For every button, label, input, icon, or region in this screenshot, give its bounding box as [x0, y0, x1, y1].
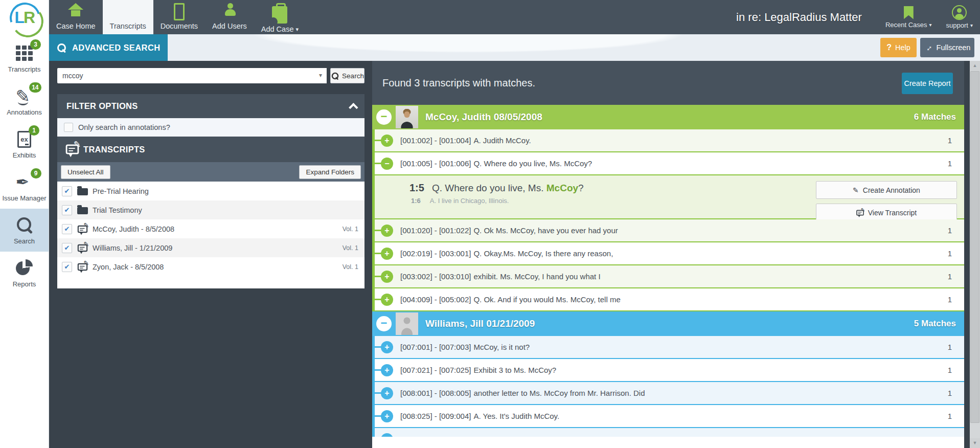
transcript-tree-row[interactable]: Pre-Trial Hearing [57, 182, 364, 200]
answer-text: A. I live in Chicago, Illinois. [430, 197, 509, 205]
create-report-button[interactable]: Create Report [902, 73, 953, 94]
match-row[interactable]: + [008:001] - [008:005] another letter t… [372, 382, 964, 405]
legalradius-logo[interactable]: LR [7, 1, 42, 36]
dropdown-caret-icon[interactable]: ▾ [319, 72, 322, 79]
match-count: 1 [948, 272, 952, 281]
search-button[interactable]: Search [330, 68, 364, 83]
results-gutter [964, 61, 970, 448]
sidebar-item-exhibits[interactable]: 1 Exhibits [0, 123, 49, 166]
scroll-up-arrow[interactable]: ▲ [970, 61, 980, 71]
expand-toggle-icon[interactable]: + [381, 387, 393, 399]
filter-options-header[interactable]: FILTER OPTIONS [57, 94, 364, 118]
scrollbar[interactable]: ▲ ▼ [970, 61, 980, 448]
nav-tab[interactable]: Documents [153, 0, 205, 34]
annotations-filter-row: Only search in annotations? [57, 118, 364, 137]
search-input[interactable] [57, 68, 327, 83]
checkbox[interactable] [62, 224, 72, 234]
create-annotation-button[interactable]: ✎Create Annotation [816, 181, 957, 199]
match-row[interactable]: + [003:002] - [003:010] exhibit. Ms. McC… [372, 265, 964, 288]
nav-tab[interactable]: Transcripts [103, 0, 153, 34]
avatar [396, 106, 418, 128]
count-badge: 3 [30, 39, 41, 50]
chevron-down-icon: ▾ [295, 26, 299, 33]
results-panel: Found 3 transcripts with matches. Create… [372, 61, 964, 448]
transcript-icon [78, 244, 87, 251]
transcript-tree-row[interactable]: Williams, Jill - 1/21/2009 Vol. 1 [57, 238, 364, 257]
sidebar-item-label: Transcripts [8, 65, 41, 73]
expand-toggle-icon[interactable]: + [381, 294, 393, 306]
collapse-toggle[interactable]: − [376, 316, 392, 331]
recent-cases-menu[interactable]: Recent Cases▾ [885, 6, 932, 29]
transcript-tree-row[interactable]: Trial Testimony [57, 200, 364, 219]
tree-row-label: Pre-Trial Hearing [93, 187, 149, 195]
expand-toggle-icon[interactable]: + [381, 341, 393, 353]
expand-toggle-icon[interactable]: + [381, 248, 393, 260]
search-term-highlight: McCoy [546, 183, 578, 193]
nav-tab[interactable]: Add Users [205, 0, 254, 34]
expand-toggle-icon[interactable]: + [381, 135, 393, 147]
transcript-tree-row[interactable]: McCoy, Judith - 8/5/2008 Vol. 1 [57, 219, 364, 238]
result-group-header[interactable]: − McCoy, Judith 08/05/2008 6 Matches [372, 105, 964, 129]
nav-tab[interactable]: Add Case▾ [254, 0, 306, 34]
transcript-tree-row[interactable]: Zyon, Jack - 8/5/2008 Vol. 1 [57, 257, 364, 276]
sidebar-item-issue-manager[interactable]: 9 Issue Manager [0, 166, 49, 209]
match-row[interactable]: + [008:025] - [009:004] A. Yes. It's Jud… [372, 405, 964, 428]
transcript-icon [66, 145, 79, 154]
match-row[interactable]: + [372, 428, 964, 437]
avatar [396, 312, 418, 335]
scroll-down-arrow[interactable]: ▼ [970, 438, 980, 448]
support-menu[interactable]: support▾ [946, 5, 973, 29]
results-list: − McCoy, Judith 08/05/2008 6 Matches + [… [372, 105, 964, 437]
match-row[interactable]: + [007:001] - [007:003] McCoy, is it not… [372, 336, 964, 359]
sidebar-item-search[interactable]: Search [0, 209, 49, 252]
search-query-box: ▾ [57, 68, 327, 83]
expand-toggle-icon[interactable]: + [381, 410, 393, 422]
match-range: [008:025] - [009:004] [400, 412, 471, 420]
checkbox[interactable] [62, 262, 72, 272]
expand-toggle-icon[interactable]: + [381, 271, 393, 283]
chevron-up-icon [349, 103, 358, 112]
help-button[interactable]: ? Help [880, 38, 917, 57]
match-row[interactable]: − [001:005] - [001:006] Q. Where do you … [372, 152, 964, 175]
expand-toggle-icon[interactable]: + [381, 225, 393, 237]
checkbox[interactable] [62, 186, 72, 196]
recent-cases-label: Recent Cases [885, 21, 927, 29]
sidebar-item-reports[interactable]: Reports [0, 252, 49, 295]
scrollbar-thumb[interactable] [970, 71, 979, 423]
sidebar-item-annotations[interactable]: 14 Annotations [0, 80, 49, 123]
expanded-match-detail: 1:5 Q. Where do you live, Ms. McCoy? 1:6… [372, 175, 964, 219]
expand-toggle-icon[interactable]: − [381, 158, 393, 170]
pencil-icon: ✎ [853, 187, 859, 194]
fullscreen-button[interactable]: ↔ Fullscreen [920, 38, 974, 57]
nav-tab[interactable]: Case Home [49, 0, 103, 34]
count-badge: 1 [29, 125, 39, 136]
match-row[interactable]: + [001:020] - [001:022] Q. Ok Ms. McCoy,… [372, 219, 964, 242]
match-text: exhibit. Ms. McCoy, I hand you what I [473, 272, 600, 281]
match-row[interactable]: + [004:009] - [005:002] Q. Ok. And if yo… [372, 288, 964, 311]
match-count: 1 [948, 343, 952, 351]
collapse-toggle[interactable]: − [376, 109, 392, 125]
sidebar-item-transcripts[interactable]: 3 Transcripts [0, 37, 49, 80]
sidebar-item-label: Annotations [7, 108, 42, 116]
match-range: [001:020] - [001:022] [400, 226, 471, 235]
match-count-label: 5 Matches [914, 319, 964, 329]
expand-folders-button[interactable]: Expand Folders [299, 165, 361, 179]
tree-footer [57, 276, 364, 288]
advanced-search-header[interactable]: ADVANCED SEARCH [49, 34, 168, 61]
expand-toggle-icon[interactable]: + [381, 433, 393, 437]
annotations-only-checkbox[interactable] [64, 123, 73, 132]
chevron-down-icon: ▾ [970, 23, 973, 28]
match-range: [002:019] - [003:001] [400, 249, 471, 258]
match-row[interactable]: + [007:021] - [007:025] Exhibit 3 to Ms.… [372, 359, 964, 382]
view-transcript-button[interactable]: View Transcript [816, 204, 957, 221]
match-row[interactable]: + [002:019] - [003:001] Q. Okay.Ms. McCo… [372, 242, 964, 265]
unselect-all-button[interactable]: Unselect All [61, 165, 110, 179]
toolbar: ADVANCED SEARCH ? Help ↔ Fullscreen [49, 34, 980, 61]
checkbox[interactable] [62, 205, 72, 215]
match-row[interactable]: + [001:002] - [001:004] A. Judith McCoy.… [372, 129, 964, 152]
match-count: 1 [948, 159, 952, 168]
expand-toggle-icon[interactable]: + [381, 364, 393, 376]
match-text: Exhibit 3 to Ms. McCoy? [473, 366, 556, 374]
checkbox[interactable] [62, 243, 72, 253]
result-group-header[interactable]: − Williams, Jill 01/21/2009 5 Matches [372, 311, 964, 336]
